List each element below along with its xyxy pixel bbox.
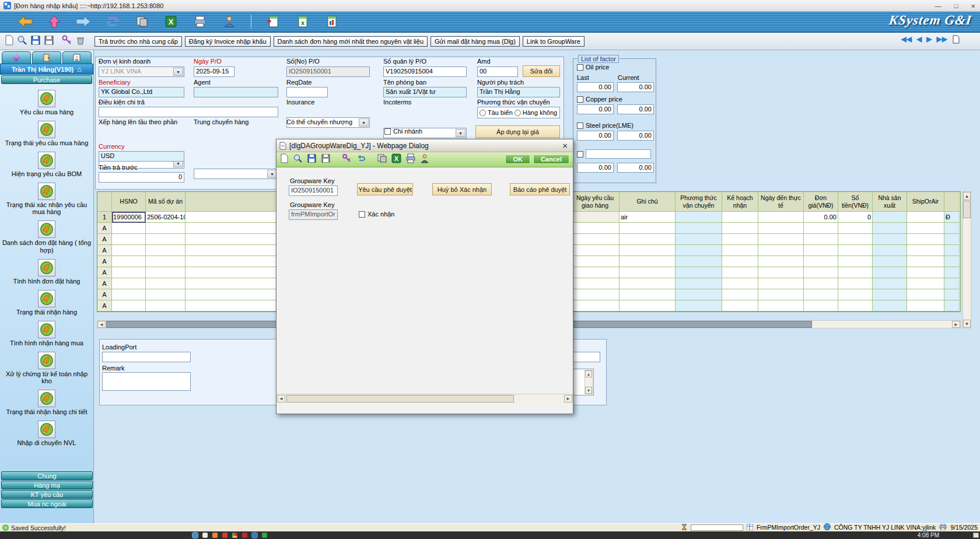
request-approval-button[interactable]: Yêu cầu phê duyệt xyxy=(357,183,413,195)
custom-last-input[interactable]: 0.00 xyxy=(577,163,614,173)
rownum-cell[interactable]: A xyxy=(97,245,112,256)
manufacturer-cell[interactable] xyxy=(873,256,907,267)
remark-textarea[interactable] xyxy=(102,372,191,391)
sidebar-item-danh-sach-don[interactable]: Danh sách đơn đặt hàng ( tổng hợp) xyxy=(1,220,93,253)
project-cell[interactable] xyxy=(146,223,186,234)
branch-checkbox[interactable] xyxy=(384,128,391,135)
taskbar-app-icon[interactable] xyxy=(212,533,218,538)
receipt-plan-cell[interactable] xyxy=(722,289,758,300)
home-icon[interactable]: ⌂ xyxy=(77,65,82,74)
print-icon[interactable] xyxy=(192,15,208,29)
shiporair-cell[interactable] xyxy=(907,267,944,278)
key-icon[interactable] xyxy=(342,153,352,166)
save-icon[interactable] xyxy=(307,153,317,166)
note-cell[interactable] xyxy=(620,289,676,300)
scroll-down-icon[interactable]: ▾ xyxy=(585,387,592,394)
sidebar-item-chung-tu-ke-toan[interactable]: Xử lý chứng từ kế toán nhập kho xyxy=(1,352,93,384)
amd-input[interactable]: 00 xyxy=(477,66,518,77)
sidebar-item-xac-nhan-yeu-cau[interactable]: Trạng thái xác nhận yêu cầu mua hàng xyxy=(1,183,93,215)
amount-cell[interactable] xyxy=(838,223,873,234)
first-record-icon[interactable]: ◀◀ xyxy=(901,35,912,46)
note-cell[interactable] xyxy=(620,245,676,256)
amount-cell[interactable]: 0 xyxy=(838,212,873,223)
manufacturer-cell[interactable] xyxy=(873,300,907,312)
receipt-plan-cell[interactable] xyxy=(722,278,758,289)
save-as-icon[interactable] xyxy=(44,35,54,48)
business-unit-select[interactable]: YJ LINK VINA xyxy=(99,66,184,77)
prev-record-icon[interactable]: ◀ xyxy=(916,35,922,46)
note-cell[interactable]: air xyxy=(620,212,676,223)
transport-cell[interactable] xyxy=(676,245,722,256)
taskbar-app-icon[interactable] xyxy=(192,533,198,538)
hsno-cell[interactable] xyxy=(112,223,146,234)
shiporair-cell[interactable] xyxy=(907,278,944,289)
rownum-cell[interactable]: 1 xyxy=(97,212,112,223)
unit-price-cell[interactable] xyxy=(804,245,838,256)
taskbar-clock[interactable]: 4:08 PM xyxy=(918,532,939,538)
project-cell[interactable] xyxy=(146,234,186,245)
sidebar-item-yeu-cau-mua-hang[interactable]: Yêu cầu mua hàng xyxy=(1,90,93,116)
shiporair-cell[interactable] xyxy=(907,256,944,267)
show-desktop-button[interactable] xyxy=(973,533,979,538)
req-delivery-cell[interactable] xyxy=(571,267,620,278)
new-doc-icon[interactable] xyxy=(5,35,14,48)
maximize-icon[interactable]: □ xyxy=(954,2,958,9)
unit-price-cell[interactable]: 0.00 xyxy=(804,212,838,223)
rownum-cell[interactable]: A xyxy=(97,256,112,267)
hsno-cell[interactable] xyxy=(112,245,146,256)
taskbar-app-icon[interactable] xyxy=(222,533,228,538)
req-delivery-cell[interactable] xyxy=(571,212,620,223)
actual-arrival-cell[interactable] xyxy=(758,256,804,267)
unit-price-cell[interactable] xyxy=(804,267,838,278)
hsno-cell[interactable] xyxy=(112,256,146,267)
taskbar-app-icon[interactable] xyxy=(252,533,257,538)
hsno-cell[interactable] xyxy=(112,267,146,278)
save-as-icon[interactable] xyxy=(321,153,331,166)
custom-current-input[interactable]: 0.00 xyxy=(617,163,654,173)
sea-radio[interactable] xyxy=(480,110,486,116)
actual-arrival-cell[interactable] xyxy=(758,278,804,289)
project-cell[interactable] xyxy=(146,245,186,256)
po-date-input[interactable]: 2025-09-15 xyxy=(194,66,235,77)
copper-last-input[interactable]: 0.00 xyxy=(577,104,614,114)
cancel-button[interactable]: Cancel xyxy=(533,155,569,164)
po-no-input[interactable]: IO2509150001 xyxy=(286,66,370,77)
forward-icon[interactable] xyxy=(76,15,91,29)
extra-cell[interactable] xyxy=(944,267,960,278)
req-delivery-cell[interactable] xyxy=(571,289,620,300)
minimize-icon[interactable]: — xyxy=(935,2,942,9)
manufacturer-cell[interactable] xyxy=(873,234,907,245)
rownum-cell[interactable]: A xyxy=(97,234,112,245)
steel-current-input[interactable]: 0.00 xyxy=(617,131,654,141)
currency-input[interactable]: USD xyxy=(99,151,184,162)
pic-input[interactable]: Trần Thị Hằng xyxy=(477,87,560,97)
unit-price-cell[interactable] xyxy=(804,289,838,300)
sidebar-item-trang-thai-nhan-hang[interactable]: Trạng thái nhận hàng xyxy=(1,290,93,316)
rownum-cell[interactable]: A xyxy=(97,267,112,278)
project-cell[interactable] xyxy=(146,278,186,289)
custom-factor-name-input[interactable] xyxy=(586,149,651,159)
send-mail-button[interactable]: Gửi mail đặt hàng mua (Dlg) xyxy=(430,36,520,47)
sidebar-item-tinh-hinh-nhan-hang[interactable]: Tình hình nhận hàng mua xyxy=(1,321,93,346)
actual-arrival-cell[interactable] xyxy=(758,245,804,256)
excel-export-icon[interactable]: X xyxy=(163,15,178,29)
key-icon[interactable] xyxy=(62,35,72,48)
hsno-cell[interactable] xyxy=(112,234,146,245)
extra-cell[interactable]: Đ xyxy=(944,212,960,223)
tab-favorites[interactable] xyxy=(2,51,31,64)
shiporair-cell[interactable] xyxy=(907,212,944,223)
hsno-cell[interactable] xyxy=(112,278,146,289)
scroll-up-icon[interactable]: ▲ xyxy=(963,192,971,200)
shiporair-cell[interactable] xyxy=(907,234,944,245)
extra-cell[interactable] xyxy=(944,289,960,300)
amount-cell[interactable] xyxy=(838,245,873,256)
actual-arrival-cell[interactable] xyxy=(758,289,804,300)
sidebar-item-trang-thai-yeu-cau[interactable]: Trạng thái yêu cầu mua hàng xyxy=(1,121,93,146)
tab-user[interactable] xyxy=(62,51,92,64)
extra-cell[interactable] xyxy=(944,245,960,256)
refresh-icon[interactable] xyxy=(105,15,120,29)
next-record-icon[interactable]: ▶ xyxy=(926,35,932,46)
receipt-plan-cell[interactable] xyxy=(722,234,758,245)
extra-cell[interactable] xyxy=(944,223,960,234)
receipt-plan-cell[interactable] xyxy=(722,223,758,234)
